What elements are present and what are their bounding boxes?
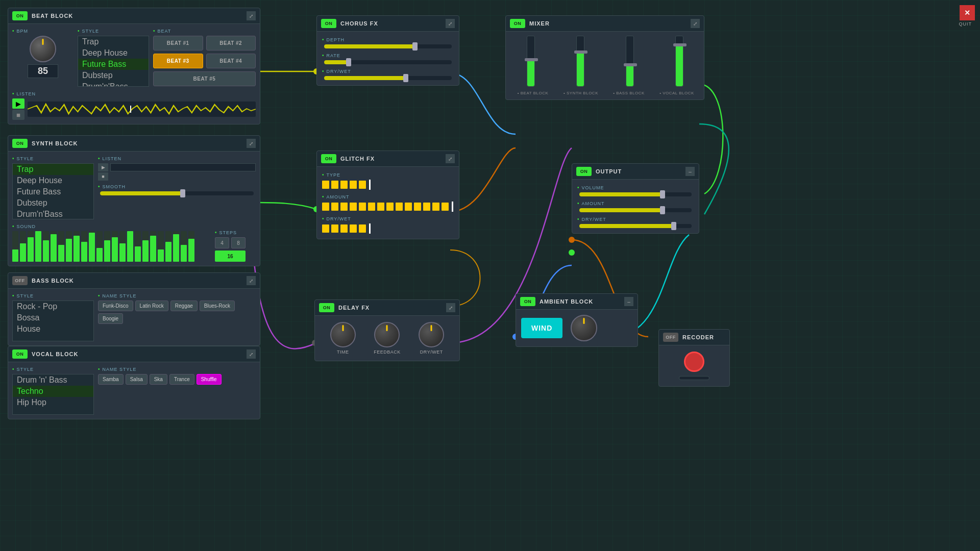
time-knob[interactable] [330,322,356,347]
steps-16-button[interactable]: 16 [215,251,246,262]
delay-fx-expand-button[interactable]: ⤢ [446,303,455,312]
synth-style-drumnbass[interactable]: Drum'n'Bass [13,209,93,219]
vocal-style-hiphop[interactable]: Hip Hop [13,397,93,408]
step-bar-24[interactable] [188,231,194,262]
vocal-name-shuffle[interactable]: Shuffle [197,374,222,385]
synth-play-button[interactable]: ▶ [98,163,108,171]
vocal-name-salsa[interactable]: Salsa [126,374,148,385]
step-bar-23[interactable] [181,231,187,262]
beat-button-2[interactable]: BEAT #2 [206,36,256,51]
vocal-name-trance[interactable]: Trance [169,374,194,385]
vocal-name-ska[interactable]: Ska [150,374,167,385]
mixer-fader-beat[interactable] [527,36,535,87]
mixer-fader-synth[interactable] [576,36,584,87]
smooth-slider[interactable] [100,191,254,195]
step-bar-12[interactable] [96,231,103,262]
step-bar-15[interactable] [119,231,126,262]
bpm-knob[interactable] [30,36,56,62]
style-item-trap[interactable]: Trap [78,36,149,47]
ambient-block-on-button[interactable]: ON [520,297,535,306]
step-bar-9[interactable] [74,231,80,262]
step-bar-14[interactable] [112,231,118,262]
bass-style-list[interactable]: Rock - Pop Bossa House [12,300,94,341]
style-item-futurebass[interactable]: Future Bass [78,59,149,70]
style-item-deephouse[interactable]: Deep House [78,47,149,59]
step-bar-19[interactable] [150,231,156,262]
synth-style-futurebass[interactable]: Future Bass [13,186,93,197]
vocal-block-on-button[interactable]: ON [12,349,28,359]
bass-name-bluesrock[interactable]: Blues-Rock [200,300,235,311]
bass-name-reggae[interactable]: Reggae [170,300,198,311]
mixer-on-button[interactable]: ON [510,19,525,28]
ambient-knob[interactable] [571,315,597,341]
step-bar-4[interactable] [35,231,41,262]
step-bar-21[interactable] [165,231,172,262]
chorus-fx-expand-button[interactable]: ⤢ [446,19,455,28]
step-bar-6[interactable] [51,231,57,262]
bass-block-on-button[interactable]: OFF [12,276,28,285]
beat-block-expand-button[interactable]: ⤢ [247,11,256,20]
style-list[interactable]: Trap Deep House Future Bass Dubstep Drum… [78,36,149,87]
output-drywet-slider[interactable] [579,224,692,228]
bass-style-rockpop[interactable]: Rock - Pop [13,301,93,312]
synth-stop-button[interactable]: ■ [98,172,108,181]
vocal-style-drumnbass[interactable]: Drum 'n' Bass [13,374,93,386]
beat-button-4[interactable]: BEAT #4 [206,54,256,68]
glitch-fx-expand-button[interactable]: ⤢ [446,154,455,163]
step-bar-22[interactable] [173,231,179,262]
rate-slider[interactable] [324,60,452,64]
step-bar-20[interactable] [158,231,164,262]
mixer-expand-button[interactable]: ⤢ [691,19,700,28]
vocal-name-samba[interactable]: Samba [98,374,124,385]
bass-name-boogie[interactable]: Boogie [98,313,123,324]
step-bar-18[interactable] [142,231,149,262]
bass-style-house[interactable]: House [13,323,93,335]
step-bar-1[interactable] [12,231,18,262]
synth-style-list[interactable]: Trap Deep House Future Bass Dubstep Drum… [12,163,94,219]
wind-button[interactable]: WIND [521,318,562,338]
recoder-on-button[interactable]: OFF [663,333,678,342]
beat-block-on-button[interactable]: ON [12,11,28,20]
ambient-block-expand-button[interactable]: – [624,297,633,306]
output-expand-button[interactable]: – [685,167,695,176]
stop-button[interactable]: ■ [12,110,24,120]
beat-button-3[interactable]: BEAT #3 [153,54,203,68]
delay-drywet-knob[interactable] [419,322,444,347]
step-bar-5[interactable] [43,231,49,262]
play-button[interactable]: ▶ [12,98,24,109]
mixer-fader-vocal[interactable] [675,36,683,87]
synth-style-trap[interactable]: Trap [13,164,93,175]
feedback-knob[interactable] [374,322,400,347]
vocal-block-expand-button[interactable]: ⤢ [247,349,256,359]
bass-style-bossa[interactable]: Bossa [13,312,93,323]
mixer-fader-bass[interactable] [626,36,634,87]
bass-name-funk[interactable]: Funk-Disco [98,300,133,311]
steps-4-button[interactable]: 4 [215,237,229,248]
step-bar-11[interactable] [89,231,95,262]
step-bar-2[interactable] [20,231,26,262]
beat-button-1[interactable]: BEAT #1 [153,36,203,51]
volume-slider[interactable] [579,192,692,196]
close-button[interactable]: ✕ [960,5,975,20]
depth-slider[interactable] [324,44,452,48]
synth-style-dubstep[interactable]: Dubstep [13,197,93,209]
synth-block-expand-button[interactable]: ⤢ [247,139,256,148]
delay-fx-on-button[interactable]: ON [319,303,334,312]
style-item-dubstep[interactable]: Dubstep [78,70,149,81]
vocal-style-techno[interactable]: Techno [13,386,93,397]
step-bar-16[interactable] [127,231,133,262]
bass-name-latinrock[interactable]: Latin Rock [135,300,168,311]
step-bar-13[interactable] [104,231,110,262]
output-on-button[interactable]: ON [576,167,592,176]
step-bar-3[interactable] [28,231,34,262]
chorus-drywet-slider[interactable] [324,76,452,80]
synth-style-deephouse[interactable]: Deep House [13,175,93,186]
step-bar-8[interactable] [66,231,72,262]
bpm-value[interactable]: 85 [28,64,58,78]
synth-block-on-button[interactable]: ON [12,139,28,148]
record-button[interactable] [684,352,704,372]
steps-8-button[interactable]: 8 [231,237,246,248]
bass-block-expand-button[interactable]: ⤢ [247,276,256,285]
vocal-style-list[interactable]: Drum 'n' Bass Techno Hip Hop [12,374,94,415]
glitch-fx-on-button[interactable]: ON [321,154,336,163]
